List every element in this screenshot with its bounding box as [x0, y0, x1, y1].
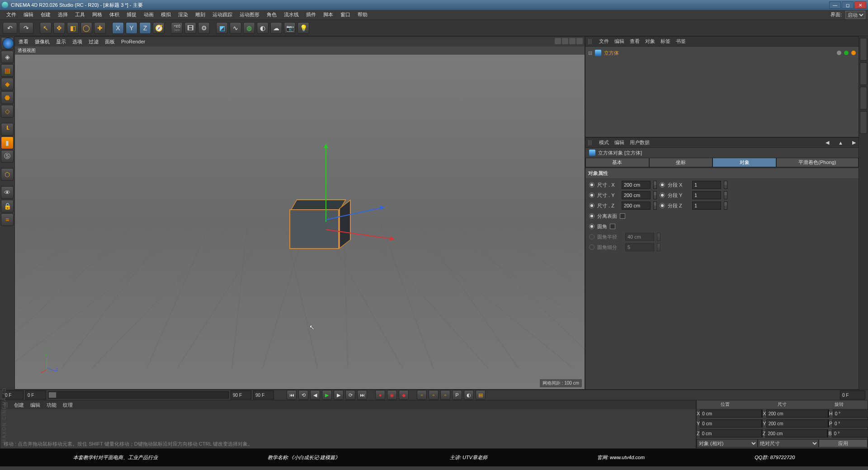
- render-view-button[interactable]: 🎬: [171, 22, 183, 34]
- autokey-button[interactable]: ◉: [387, 390, 397, 400]
- tab-phong[interactable]: 平滑着色(Phong): [776, 158, 859, 167]
- radio-icon[interactable]: [589, 193, 594, 198]
- axis-z-toggle[interactable]: Z: [139, 22, 151, 34]
- input-sizez[interactable]: [622, 202, 651, 210]
- size-input[interactable]: [766, 409, 828, 418]
- misc-button[interactable]: ≡: [1, 213, 14, 226]
- poly-mode-button[interactable]: ▮: [1, 136, 14, 149]
- rotate-tool[interactable]: ◯: [80, 22, 92, 34]
- expand-icon[interactable]: ⊟: [588, 50, 592, 56]
- menu-render[interactable]: 渲染: [175, 11, 192, 18]
- menu-edit[interactable]: 编辑: [20, 11, 37, 18]
- texture-mode-button[interactable]: ▤: [1, 64, 14, 77]
- mm-tab-function[interactable]: 功能: [47, 402, 57, 409]
- phong-tag-icon[interactable]: [851, 51, 856, 55]
- spinner-icon[interactable]: [653, 181, 657, 189]
- pos-input[interactable]: [700, 419, 762, 428]
- radio-icon[interactable]: [589, 182, 594, 188]
- spinner-icon[interactable]: [653, 191, 657, 199]
- menu-create[interactable]: 创建: [37, 11, 54, 18]
- point-mode-button[interactable]: ⬣: [1, 91, 14, 104]
- next-key-button[interactable]: ⟳: [345, 390, 355, 400]
- pos-input[interactable]: [700, 409, 762, 418]
- size-mode-select[interactable]: 绝对尺寸: [758, 439, 819, 447]
- layout-select[interactable]: 启动: [845, 11, 865, 19]
- generator-button[interactable]: ◍: [243, 22, 255, 34]
- rot-input[interactable]: [833, 409, 868, 418]
- om-tab-tags[interactable]: 标签: [660, 38, 670, 45]
- close-button[interactable]: ✕: [854, 1, 866, 9]
- om-tab-bookmarks[interactable]: 书签: [676, 38, 686, 45]
- menu-sculpt[interactable]: 雕刻: [192, 11, 209, 18]
- last-tool[interactable]: ✚: [94, 22, 106, 34]
- key-rot-button[interactable]: ▫: [440, 390, 450, 400]
- menu-select[interactable]: 选择: [54, 11, 71, 18]
- mm-tab-texture[interactable]: 纹理: [63, 402, 73, 409]
- axis-y-toggle[interactable]: Y: [126, 22, 137, 34]
- side-tab[interactable]: [860, 38, 867, 61]
- rot-input[interactable]: [832, 429, 868, 437]
- goto-end-button[interactable]: ⏭: [357, 390, 367, 400]
- snap-button[interactable]: Ⓢ: [1, 150, 14, 163]
- key-param-button[interactable]: P: [452, 390, 462, 400]
- vp-nav-icon[interactable]: [576, 38, 583, 44]
- prev-key-button[interactable]: ⟲: [298, 390, 308, 400]
- minimize-button[interactable]: —: [829, 1, 841, 9]
- axis-button[interactable]: ┖: [1, 123, 14, 136]
- side-tab[interactable]: [860, 62, 867, 85]
- deformer-button[interactable]: ◐: [257, 22, 269, 34]
- input-segz[interactable]: [692, 202, 721, 210]
- radio-icon[interactable]: [589, 213, 594, 219]
- am-tab-userdata[interactable]: 用户数据: [630, 139, 650, 146]
- rot-input[interactable]: [832, 419, 868, 428]
- menu-animate[interactable]: 动画: [140, 11, 157, 18]
- render-picture-button[interactable]: 🎞: [184, 22, 196, 34]
- side-tab[interactable]: [860, 111, 867, 134]
- tab-basic[interactable]: 基本: [585, 158, 649, 167]
- camera-button[interactable]: 📷: [284, 22, 296, 34]
- next-frame-button[interactable]: ▶: [334, 390, 344, 400]
- am-tab-mode[interactable]: 模式: [599, 139, 609, 146]
- mm-tab-create[interactable]: 创建: [14, 402, 24, 409]
- vp-nav-icon[interactable]: [562, 38, 568, 44]
- environment-button[interactable]: ☁: [270, 22, 282, 34]
- menu-script[interactable]: 脚本: [320, 11, 337, 18]
- tab-object[interactable]: 对象: [712, 158, 776, 167]
- viewport-canvas[interactable]: YZ ↖ 网格间距 : 100 cm: [15, 55, 585, 389]
- keyframe-button[interactable]: ◆: [399, 390, 409, 400]
- frame-right-input[interactable]: [840, 390, 865, 400]
- goto-start-button[interactable]: ⏮: [287, 390, 297, 400]
- input-segx[interactable]: [692, 181, 721, 189]
- mm-tab-edit[interactable]: 编辑: [30, 402, 40, 409]
- spline-button[interactable]: ∿: [230, 22, 241, 34]
- checkbox-separate[interactable]: [620, 213, 625, 219]
- grip-icon[interactable]: [588, 39, 592, 44]
- om-tab-view[interactable]: 查看: [630, 38, 640, 45]
- frame-current-input[interactable]: [25, 390, 46, 400]
- menu-window[interactable]: 窗口: [337, 11, 354, 18]
- radio-icon[interactable]: [660, 182, 665, 188]
- om-tab-object[interactable]: 对象: [645, 38, 655, 45]
- key-opts-button[interactable]: ▤: [476, 390, 486, 400]
- edge-mode-button[interactable]: ◇: [1, 105, 14, 118]
- menu-tools[interactable]: 工具: [71, 11, 89, 18]
- vp-menu-camera[interactable]: 摄像机: [35, 38, 50, 45]
- nav-up-icon[interactable]: ▲: [838, 140, 843, 146]
- viewport-globe-icon[interactable]: [2, 38, 14, 49]
- lock-button[interactable]: 🔒: [1, 200, 14, 212]
- nav-fwd-icon[interactable]: ▶: [852, 140, 856, 146]
- spinner-icon[interactable]: [724, 191, 727, 199]
- om-tab-file[interactable]: 文件: [599, 38, 609, 45]
- select-tool[interactable]: ↖: [40, 22, 52, 34]
- magnet-button[interactable]: ⬡: [1, 168, 14, 181]
- size-input[interactable]: [765, 429, 827, 437]
- pos-input[interactable]: [700, 429, 762, 437]
- menu-simulate[interactable]: 模拟: [157, 11, 175, 18]
- menu-volume[interactable]: 体积: [106, 11, 123, 18]
- viewport-solo-button[interactable]: 👁: [1, 186, 14, 199]
- radio-icon[interactable]: [660, 193, 665, 198]
- apply-button[interactable]: 应用: [819, 439, 868, 447]
- cube-object[interactable]: [289, 199, 353, 249]
- play-button[interactable]: ▶: [322, 390, 332, 400]
- frame-end-input[interactable]: [231, 390, 251, 400]
